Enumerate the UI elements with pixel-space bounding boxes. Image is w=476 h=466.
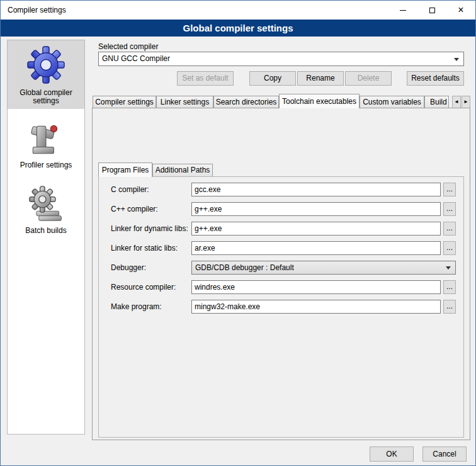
sidebar-item-label: Profiler settings: [9, 161, 83, 169]
subtab-additional-paths[interactable]: Additional Paths: [152, 164, 213, 176]
field-row-debugger: Debugger: GDB/CDB debugger : Default: [1, 261, 476, 275]
cpp-compiler-browse-button[interactable]: ...: [443, 202, 456, 216]
subtab-program-files[interactable]: Program Files: [98, 162, 152, 177]
tab-build-truncated[interactable]: Build: [424, 96, 449, 108]
title-bar: Compiler settings ×: [1, 1, 475, 20]
linker-static-browse-button[interactable]: ...: [443, 241, 456, 255]
cpp-compiler-label: C++ compiler:: [111, 202, 158, 216]
profiler-tool-icon: [9, 121, 83, 157]
maximize-icon: [429, 8, 435, 13]
linker-dynamic-browse-button[interactable]: ...: [443, 222, 456, 236]
c-compiler-label: C compiler:: [111, 183, 149, 196]
dialog-header: Global compiler settings: [1, 20, 475, 37]
set-as-default-button[interactable]: Set as default: [177, 71, 234, 86]
close-icon: ×: [458, 5, 463, 15]
delete-button[interactable]: Delete: [345, 71, 392, 86]
sidebar-item-profiler-settings[interactable]: Profiler settings: [8, 116, 84, 173]
sidebar-item-global-compiler-settings[interactable]: Global compiler settings: [8, 40, 84, 109]
maximize-button[interactable]: [417, 1, 446, 20]
resource-compiler-browse-button[interactable]: ...: [443, 280, 456, 294]
selected-compiler-value: GNU GCC Compiler: [102, 54, 170, 63]
debugger-select[interactable]: GDB/CDB debugger : Default: [191, 261, 456, 275]
linker-static-input[interactable]: [191, 241, 441, 255]
sidebar: Global compiler settings Profiler settin: [7, 40, 85, 435]
resource-compiler-input[interactable]: [191, 280, 441, 294]
field-row-cpp-compiler: C++ compiler: ...: [1, 202, 476, 216]
linker-static-label: Linker for static libs:: [111, 241, 178, 255]
linker-dynamic-label: Linker for dynamic libs:: [111, 222, 188, 236]
selected-compiler-label: Selected compiler: [98, 42, 158, 51]
debugger-select-value: GDB/CDB debugger : Default: [195, 263, 294, 272]
cpp-compiler-input[interactable]: [191, 202, 441, 216]
rename-button[interactable]: Rename: [297, 71, 344, 86]
tab-scroll-left-button[interactable]: ◄: [452, 96, 461, 108]
sidebar-spacer: [8, 109, 84, 116]
sidebar-item-label: Global compiler settings: [9, 89, 83, 105]
chevron-down-icon: [446, 266, 451, 270]
field-row-resource-compiler: Resource compiler: ...: [1, 280, 476, 294]
close-button[interactable]: ×: [446, 1, 475, 20]
c-compiler-browse-button[interactable]: ...: [443, 183, 456, 196]
global-settings-gear-icon: [9, 45, 83, 85]
field-row-make-program: Make program: ...: [1, 300, 476, 314]
tab-compiler-settings[interactable]: Compiler settings: [93, 96, 156, 108]
tab-scroll-right-button[interactable]: ►: [462, 96, 470, 108]
make-program-input[interactable]: [191, 300, 441, 314]
ok-button[interactable]: OK: [370, 446, 414, 462]
caption-buttons: ×: [388, 1, 475, 20]
field-row-c-compiler: C compiler: ...: [1, 183, 476, 196]
tab-linker-settings[interactable]: Linker settings: [156, 96, 213, 108]
cancel-button[interactable]: Cancel: [422, 446, 467, 462]
linker-dynamic-input[interactable]: [191, 222, 441, 236]
field-row-linker-dynamic: Linker for dynamic libs: ...: [1, 222, 476, 236]
resource-compiler-label: Resource compiler:: [111, 280, 176, 294]
tab-toolchain-executables[interactable]: Toolchain executables: [279, 94, 360, 108]
debugger-label: Debugger:: [111, 261, 146, 275]
field-row-linker-static: Linker for static libs: ...: [1, 241, 476, 255]
make-program-browse-button[interactable]: ...: [443, 300, 456, 314]
compiler-settings-window: Compiler settings × Global compiler sett…: [0, 0, 476, 466]
make-program-label: Make program:: [111, 300, 162, 314]
window-title: Compiler settings: [8, 6, 66, 14]
chevron-down-icon: [454, 58, 459, 61]
selected-compiler-combo[interactable]: GNU GCC Compiler: [98, 52, 464, 66]
c-compiler-input[interactable]: [191, 183, 441, 196]
minimize-button[interactable]: [388, 1, 417, 20]
tab-custom-variables[interactable]: Custom variables: [360, 96, 424, 108]
minimize-icon: [400, 10, 406, 11]
reset-defaults-button[interactable]: Reset defaults: [407, 71, 464, 86]
sidebar-spacer: [8, 173, 84, 181]
tab-search-directories[interactable]: Search directories: [213, 96, 279, 108]
copy-button[interactable]: Copy: [249, 71, 296, 86]
